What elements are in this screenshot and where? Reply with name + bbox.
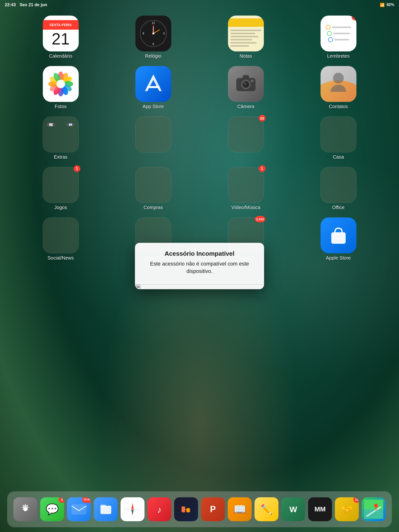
alert-overlay: Acessório Incompatível Este acessório nã…	[0, 0, 399, 532]
alert-ok-button[interactable]: OK	[135, 285, 140, 289]
alert-content: Acessório Incompatível Este acessório nã…	[135, 243, 264, 280]
alert-divider	[135, 285, 264, 285]
alert-message: Este acessório não é compatível com este…	[142, 260, 257, 275]
alert-title: Acessório Incompatível	[142, 250, 257, 257]
alert-box: Acessório Incompatível Este acessório nã…	[135, 243, 264, 289]
